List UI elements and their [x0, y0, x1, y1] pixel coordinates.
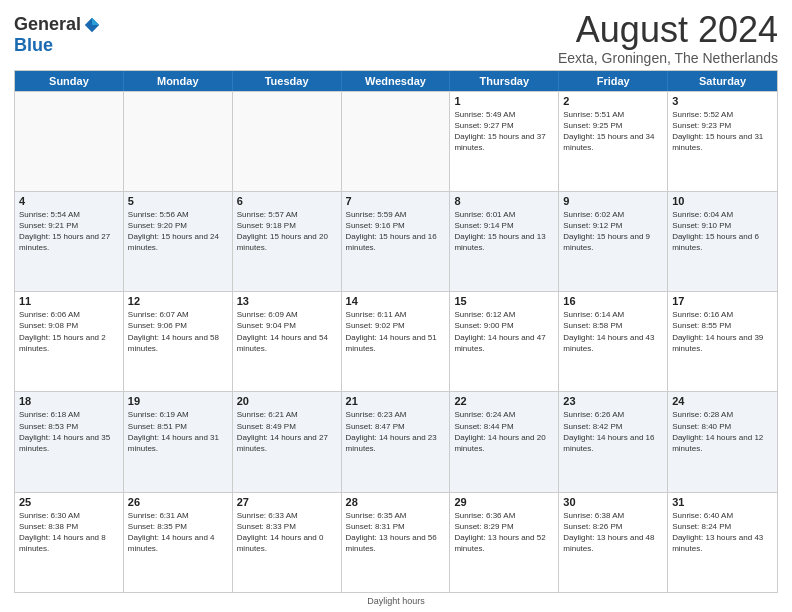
day-info-6: Sunrise: 5:57 AM Sunset: 9:18 PM Dayligh… [237, 209, 337, 254]
day-info-16: Sunrise: 6:14 AM Sunset: 8:58 PM Dayligh… [563, 309, 663, 354]
day-info-25: Sunrise: 6:30 AM Sunset: 8:38 PM Dayligh… [19, 510, 119, 555]
day-info-10: Sunrise: 6:04 AM Sunset: 9:10 PM Dayligh… [672, 209, 773, 254]
day-info-8: Sunrise: 6:01 AM Sunset: 9:14 PM Dayligh… [454, 209, 554, 254]
day-number-16: 16 [563, 295, 663, 307]
day-number-25: 25 [19, 496, 119, 508]
main-title: August 2024 [558, 10, 778, 50]
day-22: 22Sunrise: 6:24 AM Sunset: 8:44 PM Dayli… [450, 392, 559, 491]
day-info-11: Sunrise: 6:06 AM Sunset: 9:08 PM Dayligh… [19, 309, 119, 354]
logo-general-text: General [14, 14, 81, 35]
day-info-14: Sunrise: 6:11 AM Sunset: 9:02 PM Dayligh… [346, 309, 446, 354]
day-number-20: 20 [237, 395, 337, 407]
day-number-9: 9 [563, 195, 663, 207]
header: General Blue August 2024 Eexta, Groninge… [14, 10, 778, 66]
day-info-23: Sunrise: 6:26 AM Sunset: 8:42 PM Dayligh… [563, 409, 663, 454]
day-10: 10Sunrise: 6:04 AM Sunset: 9:10 PM Dayli… [668, 192, 777, 291]
calendar-body: 1Sunrise: 5:49 AM Sunset: 9:27 PM Daylig… [15, 91, 777, 592]
day-info-7: Sunrise: 5:59 AM Sunset: 9:16 PM Dayligh… [346, 209, 446, 254]
header-tuesday: Tuesday [233, 71, 342, 91]
day-18: 18Sunrise: 6:18 AM Sunset: 8:53 PM Dayli… [15, 392, 124, 491]
day-info-12: Sunrise: 6:07 AM Sunset: 9:06 PM Dayligh… [128, 309, 228, 354]
header-thursday: Thursday [450, 71, 559, 91]
logo-blue-text: Blue [14, 35, 53, 56]
day-20: 20Sunrise: 6:21 AM Sunset: 8:49 PM Dayli… [233, 392, 342, 491]
day-number-10: 10 [672, 195, 773, 207]
header-friday: Friday [559, 71, 668, 91]
page: General Blue August 2024 Eexta, Groninge… [0, 0, 792, 612]
day-info-22: Sunrise: 6:24 AM Sunset: 8:44 PM Dayligh… [454, 409, 554, 454]
day-number-1: 1 [454, 95, 554, 107]
day-number-4: 4 [19, 195, 119, 207]
day-15: 15Sunrise: 6:12 AM Sunset: 9:00 PM Dayli… [450, 292, 559, 391]
day-12: 12Sunrise: 6:07 AM Sunset: 9:06 PM Dayli… [124, 292, 233, 391]
day-14: 14Sunrise: 6:11 AM Sunset: 9:02 PM Dayli… [342, 292, 451, 391]
empty-cell [233, 92, 342, 191]
day-17: 17Sunrise: 6:16 AM Sunset: 8:55 PM Dayli… [668, 292, 777, 391]
day-number-17: 17 [672, 295, 773, 307]
day-number-31: 31 [672, 496, 773, 508]
day-number-26: 26 [128, 496, 228, 508]
day-number-28: 28 [346, 496, 446, 508]
subtitle: Eexta, Groningen, The Netherlands [558, 50, 778, 66]
day-13: 13Sunrise: 6:09 AM Sunset: 9:04 PM Dayli… [233, 292, 342, 391]
day-number-14: 14 [346, 295, 446, 307]
day-info-18: Sunrise: 6:18 AM Sunset: 8:53 PM Dayligh… [19, 409, 119, 454]
day-info-29: Sunrise: 6:36 AM Sunset: 8:29 PM Dayligh… [454, 510, 554, 555]
day-30: 30Sunrise: 6:38 AM Sunset: 8:26 PM Dayli… [559, 493, 668, 592]
day-number-7: 7 [346, 195, 446, 207]
empty-cell [15, 92, 124, 191]
day-info-19: Sunrise: 6:19 AM Sunset: 8:51 PM Dayligh… [128, 409, 228, 454]
svg-marker-1 [92, 17, 99, 24]
empty-cell [124, 92, 233, 191]
day-24: 24Sunrise: 6:28 AM Sunset: 8:40 PM Dayli… [668, 392, 777, 491]
footer-note: Daylight hours [14, 596, 778, 606]
day-11: 11Sunrise: 6:06 AM Sunset: 9:08 PM Dayli… [15, 292, 124, 391]
day-23: 23Sunrise: 6:26 AM Sunset: 8:42 PM Dayli… [559, 392, 668, 491]
day-number-3: 3 [672, 95, 773, 107]
day-number-6: 6 [237, 195, 337, 207]
empty-cell [342, 92, 451, 191]
day-info-5: Sunrise: 5:56 AM Sunset: 9:20 PM Dayligh… [128, 209, 228, 254]
week-4: 18Sunrise: 6:18 AM Sunset: 8:53 PM Dayli… [15, 391, 777, 491]
day-info-3: Sunrise: 5:52 AM Sunset: 9:23 PM Dayligh… [672, 109, 773, 154]
day-info-28: Sunrise: 6:35 AM Sunset: 8:31 PM Dayligh… [346, 510, 446, 555]
day-25: 25Sunrise: 6:30 AM Sunset: 8:38 PM Dayli… [15, 493, 124, 592]
day-7: 7Sunrise: 5:59 AM Sunset: 9:16 PM Daylig… [342, 192, 451, 291]
day-info-31: Sunrise: 6:40 AM Sunset: 8:24 PM Dayligh… [672, 510, 773, 555]
day-number-22: 22 [454, 395, 554, 407]
day-number-23: 23 [563, 395, 663, 407]
day-number-19: 19 [128, 395, 228, 407]
header-monday: Monday [124, 71, 233, 91]
day-31: 31Sunrise: 6:40 AM Sunset: 8:24 PM Dayli… [668, 493, 777, 592]
day-info-13: Sunrise: 6:09 AM Sunset: 9:04 PM Dayligh… [237, 309, 337, 354]
day-5: 5Sunrise: 5:56 AM Sunset: 9:20 PM Daylig… [124, 192, 233, 291]
day-info-9: Sunrise: 6:02 AM Sunset: 9:12 PM Dayligh… [563, 209, 663, 254]
day-9: 9Sunrise: 6:02 AM Sunset: 9:12 PM Daylig… [559, 192, 668, 291]
day-info-20: Sunrise: 6:21 AM Sunset: 8:49 PM Dayligh… [237, 409, 337, 454]
day-info-27: Sunrise: 6:33 AM Sunset: 8:33 PM Dayligh… [237, 510, 337, 555]
week-2: 4Sunrise: 5:54 AM Sunset: 9:21 PM Daylig… [15, 191, 777, 291]
day-number-15: 15 [454, 295, 554, 307]
day-2: 2Sunrise: 5:51 AM Sunset: 9:25 PM Daylig… [559, 92, 668, 191]
day-8: 8Sunrise: 6:01 AM Sunset: 9:14 PM Daylig… [450, 192, 559, 291]
day-info-26: Sunrise: 6:31 AM Sunset: 8:35 PM Dayligh… [128, 510, 228, 555]
day-number-27: 27 [237, 496, 337, 508]
day-info-2: Sunrise: 5:51 AM Sunset: 9:25 PM Dayligh… [563, 109, 663, 154]
day-info-15: Sunrise: 6:12 AM Sunset: 9:00 PM Dayligh… [454, 309, 554, 354]
day-number-13: 13 [237, 295, 337, 307]
day-1: 1Sunrise: 5:49 AM Sunset: 9:27 PM Daylig… [450, 92, 559, 191]
week-5: 25Sunrise: 6:30 AM Sunset: 8:38 PM Dayli… [15, 492, 777, 592]
day-info-24: Sunrise: 6:28 AM Sunset: 8:40 PM Dayligh… [672, 409, 773, 454]
day-number-30: 30 [563, 496, 663, 508]
day-info-1: Sunrise: 5:49 AM Sunset: 9:27 PM Dayligh… [454, 109, 554, 154]
calendar-header: SundayMondayTuesdayWednesdayThursdayFrid… [15, 71, 777, 91]
day-16: 16Sunrise: 6:14 AM Sunset: 8:58 PM Dayli… [559, 292, 668, 391]
day-number-5: 5 [128, 195, 228, 207]
week-1: 1Sunrise: 5:49 AM Sunset: 9:27 PM Daylig… [15, 91, 777, 191]
day-number-18: 18 [19, 395, 119, 407]
day-info-30: Sunrise: 6:38 AM Sunset: 8:26 PM Dayligh… [563, 510, 663, 555]
day-info-21: Sunrise: 6:23 AM Sunset: 8:47 PM Dayligh… [346, 409, 446, 454]
day-26: 26Sunrise: 6:31 AM Sunset: 8:35 PM Dayli… [124, 493, 233, 592]
day-29: 29Sunrise: 6:36 AM Sunset: 8:29 PM Dayli… [450, 493, 559, 592]
header-saturday: Saturday [668, 71, 777, 91]
